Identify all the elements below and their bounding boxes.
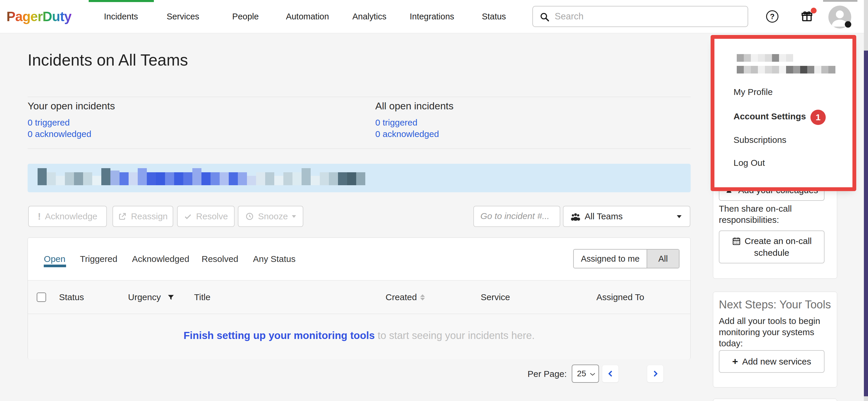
next-steps-body: Add all your tools to begin monitoring y… bbox=[719, 315, 820, 349]
goto-incident-field bbox=[473, 206, 560, 227]
column-status: Status bbox=[59, 293, 84, 302]
add-new-services-label: Add new services bbox=[742, 356, 811, 367]
partially-visible-card bbox=[713, 399, 837, 401]
tab-resolved[interactable]: Resolved bbox=[202, 238, 238, 280]
all-open-incidents-title: All open incidents bbox=[375, 100, 454, 112]
per-page-select[interactable]: 25 bbox=[572, 365, 599, 383]
user-menu-dropdown: My Profile Account Settings 1 Subscripti… bbox=[714, 39, 852, 187]
resolve-label: Resolve bbox=[196, 211, 228, 221]
divider bbox=[28, 314, 690, 314]
top-navigation-bar: PagerDuty Incidents Services People Auto… bbox=[0, 0, 868, 33]
menu-item-my-profile[interactable]: My Profile bbox=[734, 87, 773, 97]
reassign-label: Reassign bbox=[131, 211, 168, 221]
team-filter-dropdown[interactable]: All Teams bbox=[563, 206, 690, 227]
chevron-down-icon bbox=[589, 372, 596, 377]
tab-open[interactable]: Open bbox=[44, 238, 65, 280]
global-search bbox=[532, 6, 748, 27]
pagerduty-incidents-page: PagerDuty Incidents Services People Auto… bbox=[0, 0, 868, 401]
checkmark-icon bbox=[184, 212, 192, 221]
divider bbox=[28, 148, 691, 149]
redacted-user-name bbox=[737, 54, 793, 62]
scrollbar-track[interactable] bbox=[864, 0, 868, 401]
exclamation-icon: ! bbox=[38, 211, 41, 222]
menu-item-log-out[interactable]: Log Out bbox=[734, 158, 765, 168]
next-steps-card: Next Steps: Your Tools Add all your tool… bbox=[713, 292, 837, 388]
nav-people[interactable]: People bbox=[232, 0, 259, 33]
next-page-button[interactable] bbox=[647, 365, 663, 382]
column-service: Service bbox=[481, 293, 510, 302]
column-urgency: Urgency bbox=[128, 293, 161, 302]
finish-setup-link[interactable]: Finish setting up your monitoring tools bbox=[184, 330, 375, 341]
your-acknowledged-link[interactable]: 0 acknowledged bbox=[28, 129, 91, 139]
snooze-label: Snooze bbox=[258, 211, 288, 221]
per-page-value: 25 bbox=[577, 365, 586, 382]
resolve-button[interactable]: Resolve bbox=[177, 206, 235, 227]
empty-state-text: to start seeing your incidents here. bbox=[375, 330, 535, 341]
column-title: Title bbox=[194, 293, 211, 302]
column-assigned-to: Assigned To bbox=[596, 293, 644, 302]
your-open-incidents-title: Your open incidents bbox=[28, 100, 115, 112]
notification-dot bbox=[811, 8, 816, 13]
assigned-to-me-segment[interactable]: Assigned to me bbox=[574, 250, 647, 268]
chevron-down-icon bbox=[677, 215, 682, 218]
scrollbar-thumb[interactable] bbox=[864, 51, 868, 396]
empty-state-message: Finish setting up your monitoring tools … bbox=[28, 330, 690, 341]
search-input[interactable] bbox=[554, 7, 740, 26]
incidents-table-card: Open Triggered Acknowledged Resolved Any… bbox=[28, 237, 691, 359]
tab-triggered[interactable]: Triggered bbox=[80, 238, 117, 280]
assignment-toggle: Assigned to me All bbox=[573, 249, 680, 268]
calendar-icon bbox=[732, 236, 741, 246]
team-filter-value: All Teams bbox=[585, 206, 623, 226]
nav-integrations[interactable]: Integrations bbox=[410, 0, 454, 33]
nav-services[interactable]: Services bbox=[166, 0, 199, 33]
previous-page-button[interactable] bbox=[602, 365, 619, 382]
create-schedule-label-line1: Create an on-call bbox=[745, 235, 812, 247]
nav-automation[interactable]: Automation bbox=[286, 0, 329, 33]
people-group-icon bbox=[570, 211, 581, 223]
select-all-checkbox[interactable] bbox=[37, 292, 46, 302]
column-created[interactable]: Created bbox=[385, 293, 417, 302]
pagerduty-logo[interactable]: PagerDuty bbox=[6, 0, 71, 33]
your-triggered-link[interactable]: 0 triggered bbox=[28, 118, 70, 127]
all-triggered-link[interactable]: 0 triggered bbox=[375, 118, 417, 127]
share-oncall-text: Then share on-call responsibilities: bbox=[719, 203, 792, 226]
snooze-button[interactable]: Snooze bbox=[238, 206, 303, 227]
chevron-down-icon bbox=[292, 215, 296, 218]
nav-status[interactable]: Status bbox=[482, 0, 506, 33]
page-title: Incidents on All Teams bbox=[28, 51, 188, 69]
clock-icon bbox=[245, 212, 254, 221]
goto-incident-input[interactable] bbox=[480, 206, 554, 226]
step-1-badge: 1 bbox=[810, 110, 826, 125]
next-steps-title: Next Steps: Your Tools bbox=[719, 298, 831, 311]
rewards-button[interactable] bbox=[800, 9, 819, 26]
tab-any-status[interactable]: Any Status bbox=[253, 238, 296, 280]
acknowledge-button[interactable]: ! Acknowledge bbox=[28, 206, 107, 227]
table-body-area: Status Urgency Title Created Service Ass… bbox=[28, 281, 690, 359]
chevron-right-icon bbox=[651, 370, 659, 378]
redacted-banner-text bbox=[38, 168, 365, 185]
tab-acknowledged[interactable]: Acknowledged bbox=[132, 238, 189, 280]
menu-item-subscriptions[interactable]: Subscriptions bbox=[734, 135, 786, 145]
per-page-label: Per Page: bbox=[526, 369, 567, 379]
chevron-left-icon bbox=[607, 370, 615, 378]
info-banner-redacted bbox=[28, 164, 691, 192]
create-schedule-label-line2: schedule bbox=[754, 247, 789, 258]
funnel-icon[interactable] bbox=[167, 294, 175, 301]
all-acknowledged-link[interactable]: 0 acknowledged bbox=[375, 129, 439, 139]
nav-analytics[interactable]: Analytics bbox=[352, 0, 386, 33]
add-new-services-button[interactable]: + Add new services bbox=[719, 350, 825, 373]
share-arrow-icon bbox=[118, 212, 127, 221]
redacted-user-email bbox=[737, 66, 835, 74]
reassign-button[interactable]: Reassign bbox=[113, 206, 173, 227]
plus-icon: + bbox=[732, 356, 738, 367]
nav-incidents[interactable]: Incidents bbox=[104, 0, 138, 33]
all-segment[interactable]: All bbox=[647, 250, 679, 268]
search-icon bbox=[539, 12, 550, 22]
presence-dot bbox=[845, 21, 851, 28]
help-icon[interactable]: ? bbox=[766, 10, 778, 23]
active-tab-underline bbox=[44, 265, 66, 267]
menu-item-account-settings[interactable]: Account Settings bbox=[734, 111, 806, 121]
sort-arrows-icon[interactable] bbox=[420, 294, 425, 300]
divider bbox=[28, 97, 691, 97]
create-schedule-button[interactable]: Create an on-call schedule bbox=[719, 230, 825, 263]
